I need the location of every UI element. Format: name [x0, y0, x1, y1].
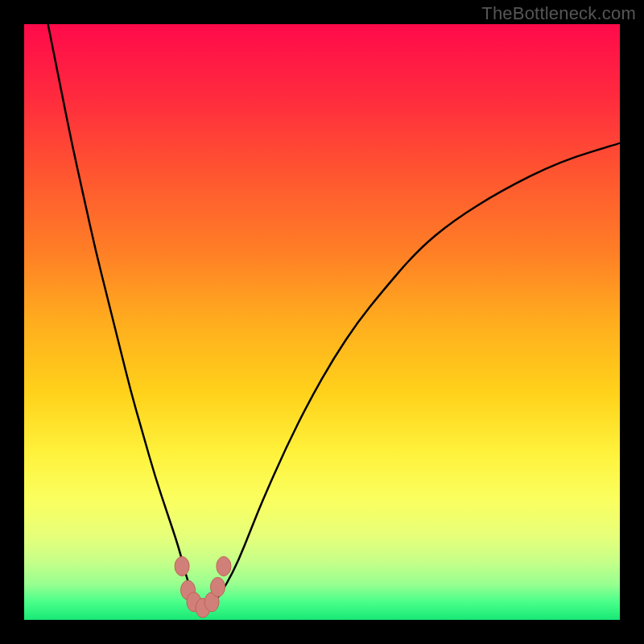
bottleneck-curve: [48, 24, 620, 608]
curve-marker: [211, 577, 225, 597]
plot-area: [24, 24, 620, 620]
curve-marker: [217, 556, 231, 576]
chart-root: TheBottleneck.com: [0, 0, 644, 644]
curve-markers: [175, 556, 231, 617]
watermark-text: TheBottleneck.com: [481, 3, 636, 24]
curve-layer: [24, 24, 620, 620]
curve-marker: [175, 556, 189, 576]
